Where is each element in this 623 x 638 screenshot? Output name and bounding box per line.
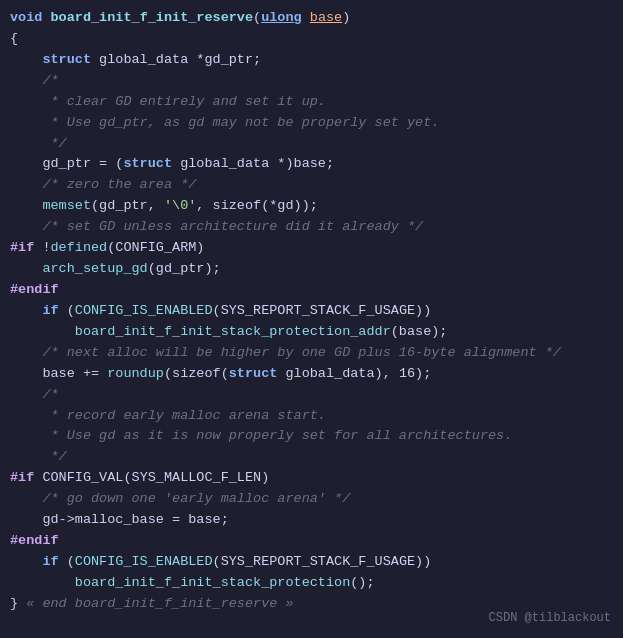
line-24: /* bbox=[0, 385, 623, 406]
line-30: /* go down one 'early malloc arena' */ bbox=[0, 489, 623, 510]
line-15: arch_setup_gd(gd_ptr); bbox=[0, 259, 623, 280]
line-25: * record early malloc arena start. bbox=[0, 406, 623, 427]
line-10: gd_ptr = (struct global_data *)base; bbox=[0, 154, 623, 175]
line-11: /* zero the area */ bbox=[0, 175, 623, 196]
line-14: #if !defined(CONFIG_ARM) bbox=[0, 238, 623, 259]
line-22: base += roundup(sizeof(struct global_dat… bbox=[0, 364, 623, 385]
line-2: { bbox=[0, 29, 623, 50]
line-21: /* next alloc will be higher by one GD p… bbox=[0, 343, 623, 364]
line-13: /* set GD unless architecture did it alr… bbox=[0, 217, 623, 238]
line-26: * Use gd as it is now properly set for a… bbox=[0, 426, 623, 447]
line-3: struct global_data *gd_ptr; bbox=[0, 50, 623, 71]
line-5: /* bbox=[0, 71, 623, 92]
line-32: #endif bbox=[0, 531, 623, 552]
line-8: */ bbox=[0, 134, 623, 155]
line-16: #endif bbox=[0, 280, 623, 301]
code-container: void board_init_f_init_reserve(ulong bas… bbox=[0, 0, 623, 638]
line-6: * clear GD entirely and set it up. bbox=[0, 92, 623, 113]
line-7: * Use gd_ptr, as gd may not be properly … bbox=[0, 113, 623, 134]
line-31: gd->malloc_base = base; bbox=[0, 510, 623, 531]
watermark: CSDN @tilblackout bbox=[489, 609, 611, 628]
line-34: if (CONFIG_IS_ENABLED(SYS_REPORT_STACK_F… bbox=[0, 552, 623, 573]
line-12: memset(gd_ptr, '\0', sizeof(*gd)); bbox=[0, 196, 623, 217]
line-35: board_init_f_init_stack_protection(); bbox=[0, 573, 623, 594]
line-29: #if CONFIG_VAL(SYS_MALLOC_F_LEN) bbox=[0, 468, 623, 489]
line-1: void board_init_f_init_reserve(ulong bas… bbox=[0, 8, 623, 29]
line-18: if (CONFIG_IS_ENABLED(SYS_REPORT_STACK_F… bbox=[0, 301, 623, 322]
line-19: board_init_f_init_stack_protection_addr(… bbox=[0, 322, 623, 343]
line-27: */ bbox=[0, 447, 623, 468]
